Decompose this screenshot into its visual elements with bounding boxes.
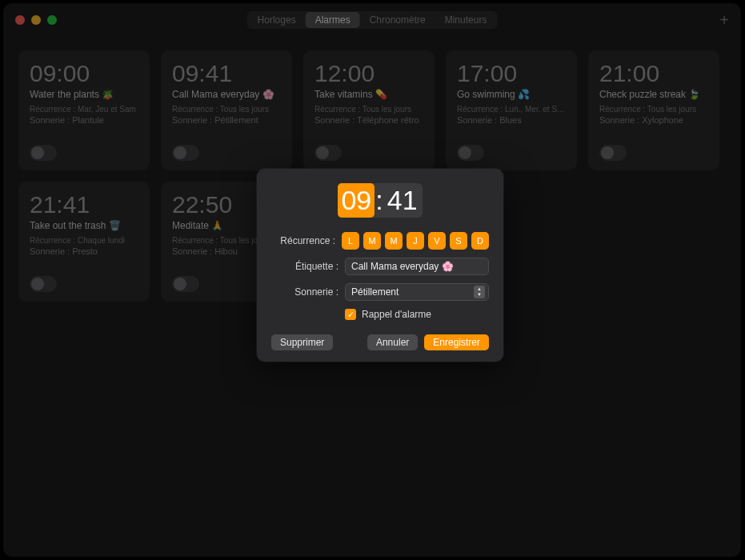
recurrence-label: Récurrence : [271, 235, 342, 246]
sonnerie-row: Sonnerie : Pétillement ▲▼ [271, 283, 489, 301]
time-picker[interactable]: 09 : 41 [271, 183, 489, 218]
recurrence-row: Récurrence : LMMJVSD [271, 232, 489, 250]
cancel-button[interactable]: Annuler [367, 334, 418, 350]
etiquette-row: Étiquette : Call Mama everyday 🌸 [271, 258, 489, 275]
snooze-row: ✓ Rappel d'alarme [345, 309, 489, 320]
day-toggle[interactable]: S [450, 232, 467, 250]
time-hour-field[interactable]: 09 [338, 183, 375, 218]
day-toggle[interactable]: V [428, 232, 446, 250]
day-toggle[interactable]: M [385, 232, 403, 250]
snooze-label: Rappel d'alarme [362, 309, 431, 320]
sonnerie-value: Pétillement [351, 286, 399, 298]
day-buttons: LMMJVSD [342, 232, 489, 250]
modal-button-bar: Supprimer Annuler Enregistrer [271, 334, 489, 350]
sonnerie-label: Sonnerie : [271, 286, 345, 298]
edit-alarm-modal: 09 : 41 Récurrence : LMMJVSD Étiquette :… [257, 169, 503, 362]
snooze-checkbox[interactable]: ✓ [345, 309, 356, 320]
etiquette-input[interactable]: Call Mama everyday 🌸 [345, 258, 489, 275]
etiquette-label: Étiquette : [271, 261, 345, 272]
day-toggle[interactable]: M [363, 232, 381, 250]
day-toggle[interactable]: J [407, 232, 424, 250]
day-toggle[interactable]: D [471, 232, 489, 250]
save-button[interactable]: Enregistrer [424, 334, 489, 350]
time-minute-field[interactable]: 41 [384, 183, 421, 218]
delete-button[interactable]: Supprimer [271, 334, 333, 350]
chevron-up-down-icon: ▲▼ [474, 286, 485, 298]
day-toggle[interactable]: L [342, 232, 359, 250]
sonnerie-select[interactable]: Pétillement ▲▼ [345, 283, 489, 301]
time-colon: : [375, 185, 383, 216]
app-window: Horloges Alarmes Chronomètre Minuteurs +… [4, 4, 740, 556]
